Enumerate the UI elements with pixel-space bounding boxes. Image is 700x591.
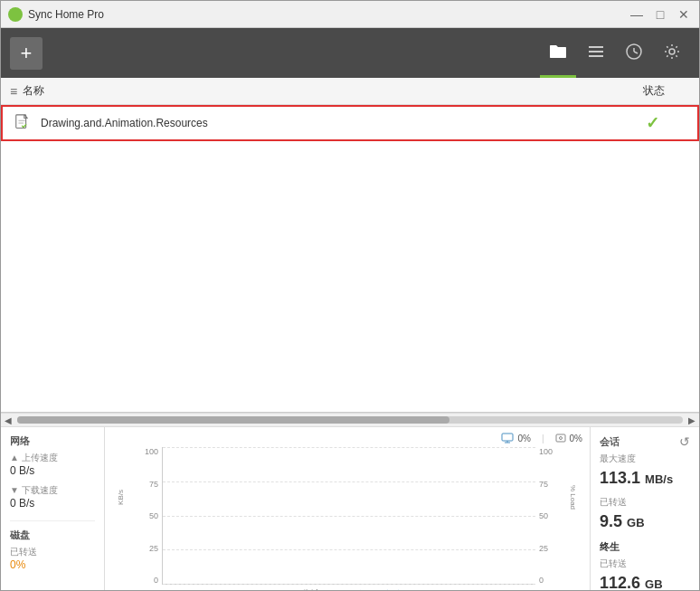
- scroll-left-arrow[interactable]: ◀: [1, 413, 15, 427]
- download-stat: ▼ 下载速度 0 B/s: [10, 484, 95, 510]
- disk-chart-icon: [555, 433, 566, 443]
- y-label-left: KB/s: [117, 490, 125, 505]
- grid-line-0: [163, 584, 535, 585]
- y-axis-left: 100 75 50 25 0: [130, 447, 162, 585]
- stats-right-panel: 会话 ↺ 最大速度 113.1 MB/s 已转送 9.5 GB 终生 已转送 1…: [591, 427, 699, 591]
- max-speed-label: 最大速度: [600, 453, 690, 465]
- network-title: 网络: [10, 434, 95, 448]
- horizontal-scrollbar[interactable]: ◀ ▶: [1, 413, 699, 427]
- bottom-panel: 网络 ▲ 上传速度 0 B/s ▼ 下载速度 0 B/s 磁盘 已转送 0%: [1, 427, 699, 591]
- name-column-header: ≡ 名称: [10, 83, 618, 99]
- main-content: ≡ 名称 状态 Drawing.and.Animation.Resources …: [1, 78, 699, 413]
- title-bar-left: Sync Home Pro: [8, 7, 104, 22]
- upload-value: 0 B/s: [10, 464, 95, 477]
- scroll-right-arrow[interactable]: ▶: [685, 413, 699, 427]
- download-value: 0 B/s: [10, 497, 95, 510]
- name-label: 名称: [23, 83, 44, 99]
- transferred-value: 9.5 GB: [600, 512, 690, 532]
- column-headers: ≡ 名称 状态: [1, 78, 699, 105]
- grid-line-100: [163, 447, 535, 448]
- filter-icon[interactable]: ≡: [10, 84, 17, 99]
- toolbar-right: [540, 28, 690, 78]
- chart-area: 0% | 0% KB/s 100 75 50 25 0: [105, 427, 591, 591]
- maximize-button[interactable]: □: [652, 6, 668, 23]
- file-icon: [12, 112, 33, 134]
- y-axis-right: 100 75 50 25 0: [535, 447, 563, 585]
- chart-body: KB/s 100 75 50 25 0 100 75 50 25: [112, 447, 582, 585]
- grid-line-25: [163, 549, 535, 550]
- status-checkmark: ✓: [646, 113, 659, 133]
- svg-point-6: [669, 49, 675, 54]
- file-status: ✓: [616, 113, 688, 133]
- chart-header: 0% | 0%: [112, 433, 582, 443]
- tab-folder[interactable]: [540, 28, 576, 78]
- tab-settings[interactable]: [654, 28, 690, 78]
- app-title: Sync Home Pro: [28, 8, 104, 21]
- svg-rect-11: [556, 434, 565, 442]
- y-label-right: % Load: [570, 485, 578, 510]
- session-title: 会话: [600, 435, 620, 449]
- monitor-stat: 0%: [501, 433, 530, 443]
- list-icon: [588, 44, 604, 59]
- svg-line-5: [634, 52, 638, 53]
- upload-stat: ▲ 上传速度 0 B/s: [10, 452, 95, 477]
- status-column-header: 状态: [618, 83, 690, 99]
- disk-stat: 已转送 0%: [10, 546, 95, 571]
- svg-rect-8: [502, 434, 513, 441]
- title-bar-controls: — □ ✕: [629, 6, 692, 23]
- scroll-track[interactable]: [17, 416, 683, 424]
- upload-label: ▲ 上传速度: [10, 452, 95, 464]
- svg-rect-0: [589, 46, 603, 48]
- svg-rect-2: [589, 55, 603, 57]
- disk-chart-label: 0%: [570, 434, 582, 443]
- gear-icon: [664, 43, 680, 60]
- toolbar: +: [1, 28, 699, 78]
- document-icon: [14, 114, 32, 132]
- close-button[interactable]: ✕: [676, 6, 692, 23]
- folder-icon: [549, 43, 567, 60]
- refresh-button[interactable]: ↺: [679, 434, 690, 449]
- add-button[interactable]: +: [10, 37, 43, 70]
- disk-chart-stat: 0%: [555, 433, 582, 443]
- disk-label: 已转送: [10, 546, 95, 558]
- table-row[interactable]: Drawing.and.Animation.Resources ✓: [1, 105, 699, 141]
- grid-line-50: [163, 516, 535, 517]
- tab-list[interactable]: [578, 28, 614, 78]
- monitor-icon: [501, 433, 514, 443]
- scroll-thumb: [17, 416, 449, 424]
- max-speed-value: 113.1 MB/s: [600, 469, 690, 489]
- file-name: Drawing.and.Animation.Resources: [41, 117, 616, 129]
- grid-line-75: [163, 481, 535, 482]
- disk-value: 0%: [10, 558, 95, 571]
- app-icon: [8, 7, 23, 22]
- svg-point-12: [559, 437, 562, 440]
- lifetime-title: 终生: [600, 540, 690, 554]
- monitor-label: 0%: [517, 434, 530, 443]
- svg-rect-1: [589, 51, 603, 52]
- disk-title: 磁盘: [10, 529, 95, 542]
- download-label: ▼ 下载速度: [10, 484, 95, 497]
- stats-left-panel: 网络 ▲ 上传速度 0 B/s ▼ 下载速度 0 B/s 磁盘 已转送 0%: [1, 427, 105, 591]
- chart-canvas: [162, 447, 535, 585]
- tab-clock[interactable]: [616, 28, 652, 78]
- lifetime-value: 112.6 GB: [600, 574, 690, 591]
- title-bar: Sync Home Pro — □ ✕: [1, 1, 699, 28]
- file-list: Drawing.and.Animation.Resources ✓: [1, 105, 699, 412]
- lifetime-label: 已转送: [600, 558, 690, 570]
- clock-icon: [626, 43, 642, 60]
- transferred-label: 已转送: [600, 496, 690, 509]
- session-header: 会话 ↺: [600, 434, 690, 449]
- minimize-button[interactable]: —: [629, 6, 645, 23]
